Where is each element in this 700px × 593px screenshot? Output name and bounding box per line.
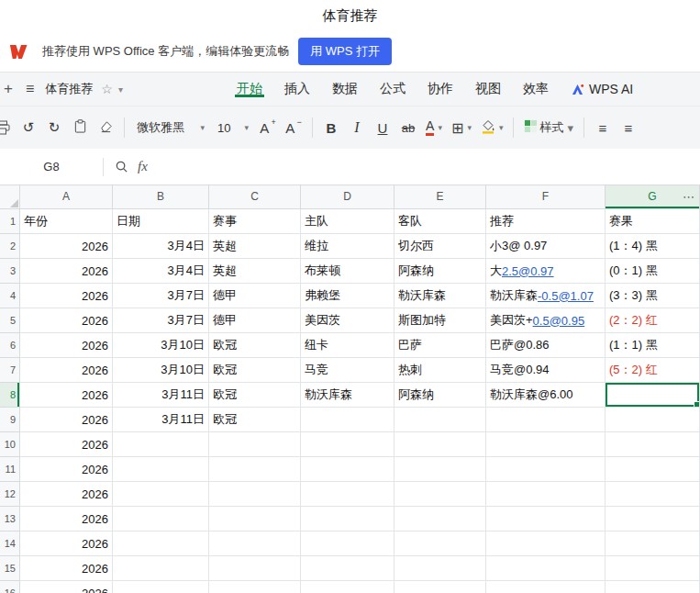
cell-C12[interactable] — [209, 482, 301, 507]
tab-view[interactable]: 视图 — [464, 81, 512, 97]
paste-button[interactable] — [68, 114, 92, 141]
cell-A13[interactable]: 2026 — [20, 507, 113, 531]
cell-D3[interactable]: 布莱顿 — [301, 259, 394, 284]
redo-button[interactable]: ↻ — [42, 114, 66, 141]
cell-D1[interactable]: 主队 — [301, 209, 394, 234]
cell-F1[interactable]: 推荐 — [486, 209, 606, 234]
cell-C9[interactable]: 欧冠 — [209, 408, 301, 432]
cell-G13[interactable] — [606, 507, 700, 531]
fill-color-button[interactable]: ▾ — [477, 114, 507, 141]
cell-F11[interactable] — [486, 457, 606, 482]
magnifier-icon[interactable] — [115, 160, 128, 173]
cell-F16[interactable] — [486, 581, 606, 593]
clear-format-button[interactable] — [94, 114, 117, 141]
tab-home[interactable]: 开始 — [226, 81, 273, 97]
cell-A10[interactable]: 2026 — [20, 432, 113, 457]
tab-data[interactable]: 数据 — [321, 81, 369, 97]
cell-G15[interactable] — [606, 556, 700, 581]
cell-F4[interactable]: 勒沃库森-0.5@1.07 — [486, 284, 606, 308]
insert-function-icon[interactable]: fx — [138, 159, 148, 174]
main-menu-icon[interactable]: ≡ — [26, 73, 34, 106]
cell-D5[interactable]: 美因茨 — [301, 308, 394, 333]
tab-collaborate[interactable]: 协作 — [417, 81, 464, 97]
cell-A6[interactable]: 2026 — [20, 333, 113, 358]
cell-G9[interactable] — [606, 408, 700, 432]
row-header-10[interactable]: 10 — [0, 432, 20, 457]
cell-B9[interactable]: 3月11日 — [113, 408, 209, 432]
cell-E9[interactable] — [394, 408, 486, 432]
more-columns-icon[interactable]: ⋯ — [683, 185, 694, 209]
cell-E11[interactable] — [394, 457, 486, 482]
cell-E13[interactable] — [394, 507, 486, 531]
cell-C2[interactable]: 英超 — [209, 234, 301, 259]
cell-D13[interactable] — [301, 507, 394, 531]
cell-A12[interactable]: 2026 — [20, 482, 113, 507]
cell-B5[interactable]: 3月7日 — [113, 308, 209, 333]
horizontal-align-button[interactable]: ≡ — [591, 114, 615, 141]
cell-C10[interactable] — [209, 432, 301, 457]
row-header-14[interactable]: 14 — [0, 531, 20, 556]
cell-G8[interactable] — [606, 383, 700, 408]
cell-C4[interactable]: 德甲 — [209, 284, 301, 308]
cell-name-box[interactable]: G8 — [0, 160, 103, 173]
cell-F14[interactable] — [486, 531, 606, 556]
cell-B2[interactable]: 3月4日 — [113, 234, 209, 259]
cell-C14[interactable] — [209, 531, 301, 556]
cell-B6[interactable]: 3月10日 — [113, 333, 209, 358]
row-header-13[interactable]: 13 — [0, 507, 20, 531]
cell-F8[interactable]: 勒沃库森@6.00 — [486, 383, 606, 408]
font-color-button[interactable]: A ▾ — [422, 114, 446, 141]
cell-G11[interactable] — [606, 457, 700, 482]
cell-G5[interactable]: (2：2) 红 — [606, 308, 700, 333]
cell-B16[interactable] — [113, 581, 209, 593]
row-header-8[interactable]: 8 — [0, 383, 20, 408]
cell-G2[interactable]: (1：4) 黑 — [606, 234, 700, 259]
cell-E5[interactable]: 斯图加特 — [394, 308, 486, 333]
cell-E16[interactable] — [394, 581, 486, 593]
cell-B7[interactable]: 3月10日 — [113, 358, 209, 383]
underline-button[interactable]: U — [371, 114, 394, 141]
row-header-16[interactable]: 16 — [0, 581, 20, 593]
row-header-15[interactable]: 15 — [0, 556, 20, 581]
decrease-font-button[interactable]: A− — [282, 114, 306, 141]
cell-C13[interactable] — [209, 507, 301, 531]
cell-E8[interactable]: 阿森纳 — [394, 383, 486, 408]
cell-G3[interactable]: (0：1) 黑 — [606, 259, 700, 284]
cell-C11[interactable] — [209, 457, 301, 482]
cell-E7[interactable]: 热刺 — [394, 358, 486, 383]
row-header-1[interactable]: 1 — [0, 209, 20, 234]
cell-B12[interactable] — [113, 482, 209, 507]
italic-button[interactable]: I — [345, 114, 369, 141]
cell-A9[interactable]: 2026 — [20, 408, 113, 432]
cell-F5[interactable]: 美因茨+0.5@0.95 — [486, 308, 606, 333]
cell-D7[interactable]: 马竞 — [301, 358, 394, 383]
bold-button[interactable]: B — [319, 114, 343, 141]
tab-wps-ai[interactable]: WPS AI — [560, 82, 644, 96]
cell-A4[interactable]: 2026 — [20, 284, 113, 308]
cell-C5[interactable]: 德甲 — [209, 308, 301, 333]
cell-hyperlink[interactable]: 0.5@0.95 — [533, 314, 585, 328]
col-header-A[interactable]: A — [20, 185, 113, 209]
fill-handle[interactable] — [694, 401, 700, 408]
increase-font-button[interactable]: A+ — [256, 114, 280, 141]
cell-F13[interactable] — [486, 507, 606, 531]
cell-D16[interactable] — [301, 581, 394, 593]
tab-formula[interactable]: 公式 — [369, 81, 417, 97]
tab-efficiency[interactable]: 效率 — [512, 81, 560, 97]
strikethrough-button[interactable]: ab — [396, 114, 420, 141]
cell-G4[interactable]: (3：3) 黑 — [606, 284, 700, 308]
cell-B11[interactable] — [113, 457, 209, 482]
row-header-11[interactable]: 11 — [0, 457, 20, 482]
cell-D15[interactable] — [301, 556, 394, 581]
chevron-down-icon[interactable]: ▾ — [118, 73, 123, 106]
cell-C6[interactable]: 欧冠 — [209, 333, 301, 358]
cell-D8[interactable]: 勒沃库森 — [301, 383, 394, 408]
cell-C16[interactable] — [209, 581, 301, 593]
cell-C7[interactable]: 欧冠 — [209, 358, 301, 383]
cell-A14[interactable]: 2026 — [20, 531, 113, 556]
cell-E2[interactable]: 切尔西 — [394, 234, 486, 259]
cell-F10[interactable] — [486, 432, 606, 457]
cell-A11[interactable]: 2026 — [20, 457, 113, 482]
cell-D12[interactable] — [301, 482, 394, 507]
cell-B10[interactable] — [113, 432, 209, 457]
